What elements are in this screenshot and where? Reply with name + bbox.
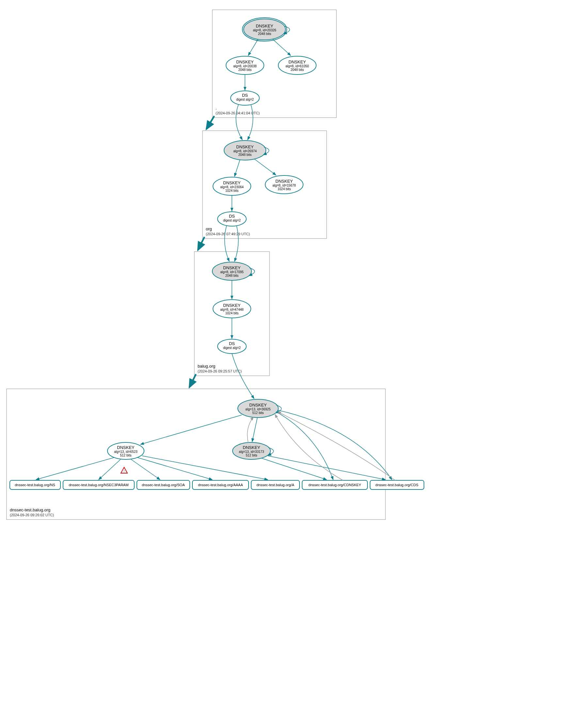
dnssec-graph: . (2024-09-26 04:41:04 UTC) DNSKEY alg=8… xyxy=(3,3,470,585)
edge-rds-orgksk-l xyxy=(236,105,242,140)
svg-text:DNSKEY: DNSKEY xyxy=(275,179,293,184)
svg-text:dnssec-test.balug.org/SOA: dnssec-test.balug.org/SOA xyxy=(142,483,185,487)
edge-gray-cds-up xyxy=(277,412,395,480)
svg-text:DNSKEY: DNSKEY xyxy=(243,445,260,450)
svg-text:512 bits: 512 bits xyxy=(120,453,131,457)
zone-ts-root: (2024-09-26 04:41:04 UTC) xyxy=(216,111,260,115)
svg-text:DNSKEY: DNSKEY xyxy=(249,402,267,408)
svg-text:alg=8, id=47448: alg=8, id=47448 xyxy=(220,308,244,311)
svg-text:digest alg=2: digest alg=2 xyxy=(223,218,241,222)
svg-text:dnssec-test.balug.org/NSEC3PAR: dnssec-test.balug.org/NSEC3PARAM xyxy=(69,483,128,487)
svg-text:DNSKEY: DNSKEY xyxy=(288,59,306,64)
edge-ksk-cdnskey xyxy=(276,412,333,480)
svg-text:1024 bits: 1024 bits xyxy=(277,187,291,191)
svg-text:alg=8, id=15678: alg=8, id=15678 xyxy=(272,184,296,187)
svg-text:512 bits: 512 bits xyxy=(252,411,264,415)
svg-text:alg=8, id=26974: alg=8, id=26974 xyxy=(233,149,257,153)
svg-text:DNSKEY: DNSKEY xyxy=(223,265,241,270)
svg-text:2048 bits: 2048 bits xyxy=(238,153,252,157)
svg-text:DNSKEY: DNSKEY xyxy=(117,445,135,450)
zone-ts-balug: (2024-09-26 09:25:57 UTC) xyxy=(197,369,242,373)
svg-text:alg=8, id=20326: alg=8, id=20326 xyxy=(253,28,276,32)
svg-text:alg=8, id=23064: alg=8, id=23064 xyxy=(220,185,244,189)
svg-text:DNSKEY: DNSKEY xyxy=(256,24,273,28)
svg-text:digest alg=2: digest alg=2 xyxy=(236,98,254,101)
svg-text:DS: DS xyxy=(229,341,235,346)
svg-text:dnssec-test.balug.org/NS: dnssec-test.balug.org/NS xyxy=(15,483,55,487)
edge-orgksk-zsk1 xyxy=(235,159,240,177)
svg-text:alg=8, id=17095: alg=8, id=17095 xyxy=(220,270,244,274)
svg-text:DNSKEY: DNSKEY xyxy=(236,59,254,64)
edge-gray-cdnskey-up xyxy=(275,414,343,480)
svg-text:DNSKEY: DNSKEY xyxy=(236,145,254,149)
svg-text:alg=13, id=36925: alg=13, id=36925 xyxy=(245,408,271,411)
svg-text:1024 bits: 1024 bits xyxy=(225,311,239,315)
svg-text:alg=13, id=6523: alg=13, id=6523 xyxy=(114,450,137,453)
svg-text:2048 bits: 2048 bits xyxy=(291,68,304,72)
edge-balug-to-dt xyxy=(189,374,196,387)
svg-text:DS: DS xyxy=(242,93,248,98)
svg-text:512 bits: 512 bits xyxy=(246,453,257,457)
zone-label-root: . xyxy=(216,106,217,110)
svg-text:alg=8, id=61050: alg=8, id=61050 xyxy=(286,64,309,68)
zone-label-org: org xyxy=(206,227,212,231)
edge-orgds-bksk-r xyxy=(235,226,238,261)
edge-zsk-aaaa xyxy=(137,458,212,480)
edge-zsk-nsec3 xyxy=(99,459,121,480)
svg-text:dnssec-test.balug.org/CDS: dnssec-test.balug.org/CDS xyxy=(375,483,418,487)
svg-text:dnssec-test.balug.org/AAAA: dnssec-test.balug.org/AAAA xyxy=(198,483,243,487)
svg-text:digest alg=2: digest alg=2 xyxy=(223,346,241,349)
edge-rksk-rzsk2 xyxy=(273,39,291,56)
warning-icon-bang: ! xyxy=(124,470,125,473)
svg-text:DNSKEY: DNSKEY xyxy=(223,180,241,185)
svg-text:dnssec-test.balug.org/A: dnssec-test.balug.org/A xyxy=(257,483,294,487)
svg-text:dnssec-test.balug.org/CDNSKEY: dnssec-test.balug.org/CDNSKEY xyxy=(308,483,361,487)
edge-dtksk-dtzsk xyxy=(140,415,242,444)
svg-text:1024 bits: 1024 bits xyxy=(225,189,239,192)
edge-rksk-rzsk1 xyxy=(248,39,258,56)
svg-text:DS: DS xyxy=(229,214,235,218)
svg-text:2048 bits: 2048 bits xyxy=(225,274,239,278)
zone-ts-dt: (2024-09-26 09:26:02 UTC) xyxy=(10,513,54,517)
edge-orgds-bksk-l xyxy=(225,226,229,261)
edge-zsk2-cds xyxy=(268,456,386,480)
svg-text:alg=8, id=20038: alg=8, id=20038 xyxy=(233,64,257,68)
edge-root-to-org xyxy=(206,116,214,129)
svg-text:DNSKEY: DNSKEY xyxy=(223,303,241,308)
edge-zsk-soa xyxy=(131,459,160,480)
edge-rds-orgksk-r xyxy=(247,105,253,140)
edge-org-to-balug xyxy=(198,237,205,250)
svg-text:2048 bits: 2048 bits xyxy=(238,68,252,72)
zone-ts-org: (2024-09-26 07:49:29 UTC) xyxy=(206,232,250,236)
edge-bds-dtksk xyxy=(232,354,254,399)
zone-box-dt xyxy=(6,389,386,520)
svg-text:alg=13, id=33173: alg=13, id=33173 xyxy=(239,450,264,453)
zone-label-dt: dnssec-test.balug.org xyxy=(10,508,50,512)
svg-text:2048 bits: 2048 bits xyxy=(258,32,271,35)
edge-dtksk-dtzsk2 xyxy=(252,418,257,442)
edge-orgksk-zsk2 xyxy=(254,159,276,175)
zone-label-balug: balug.org xyxy=(197,364,215,369)
